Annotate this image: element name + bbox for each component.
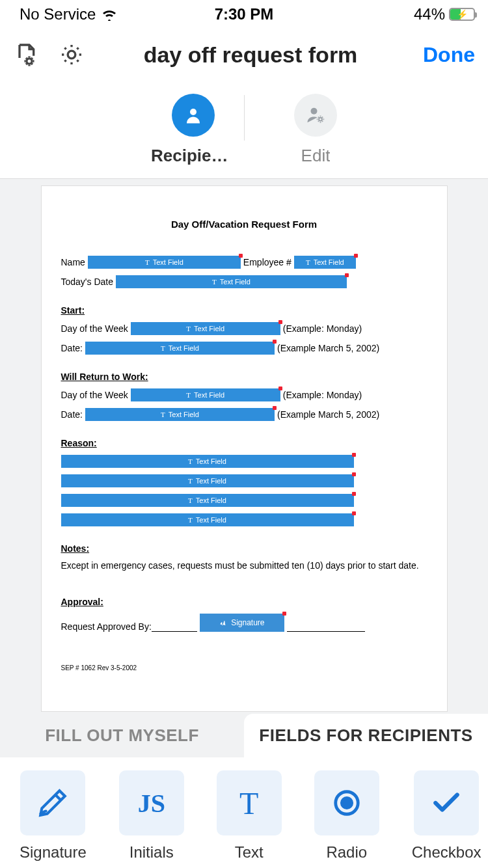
mode-edit[interactable]: Edit [294,94,337,166]
label-example-date-2: (Example March 5, 2002) [277,409,379,420]
doc-footer: SEP # 1062 Rev 3-5-2002 [61,664,427,671]
svg-point-4 [319,117,322,120]
field-palette: Signature JS Initials T Text Radio Check… [0,757,488,868]
section-return: Will Return to Work: [61,372,427,382]
wifi-icon [101,8,118,21]
battery-percent: 44% [414,5,445,23]
person-icon [172,94,215,137]
doc-title: Day Off/Vacation Request Form [61,219,427,230]
battery-icon: ⚡ [449,8,475,21]
section-reason: Reason: [61,438,427,448]
fill-mode-tabs: FILL OUT MYSELF FIELDS FOR RECIPIENTS [0,712,488,757]
svg-point-1 [68,51,75,59]
mode-recipient[interactable]: Recipien... [151,94,236,166]
initials-icon: JS [119,770,184,835]
label-start-dow: Day of the Week [61,323,128,334]
label-approved-by: Request Approved By: [61,621,152,632]
label-todays-date: Today's Date [61,277,114,287]
palette-checkbox[interactable]: Checkbox [412,770,481,861]
field-todays-date[interactable]: TText Field [116,275,347,288]
label-employee-no: Employee # [243,257,291,267]
mode-recipient-label: Recipien... [151,146,236,166]
palette-initials[interactable]: JS Initials [119,770,184,861]
field-reason-3[interactable]: TText Field [61,494,354,507]
palette-signature[interactable]: Signature [20,770,87,861]
radio-icon [314,770,379,835]
field-return-dow[interactable]: TText Field [131,388,280,401]
palette-text[interactable]: T Text [217,770,282,861]
mode-tabs: Recipien... Edit [0,81,488,178]
done-button[interactable]: Done [423,43,475,67]
field-start-dow[interactable]: TText Field [131,322,280,335]
label-example-monday-1: (Example: Monday) [283,323,362,334]
section-notes: Notes: [61,543,427,554]
checkbox-icon [414,770,479,835]
label-name: Name [61,257,85,267]
section-approval: Approval: [61,597,427,607]
label-example-date-1: (Example March 5, 2002) [277,343,379,353]
label-return-date: Date: [61,409,83,420]
label-start-date: Date: [61,343,83,353]
mode-edit-label: Edit [301,146,331,166]
palette-initials-label: Initials [129,843,174,861]
svg-point-3 [311,107,318,114]
signature-icon [20,770,85,835]
separator [244,95,245,141]
document-preview[interactable]: Day Off/Vacation Request Form Name TText… [0,178,488,712]
svg-point-6 [342,798,351,807]
palette-radio-label: Radio [326,843,367,861]
notes-text: Except in emergency cases, requests must… [61,560,427,571]
field-employee-no[interactable]: TText Field [294,256,356,269]
palette-signature-label: Signature [20,843,87,861]
section-start: Start: [61,305,427,316]
document-settings-icon[interactable] [13,42,39,68]
status-bar: No Service 7:30 PM 44% ⚡ [0,0,488,29]
palette-radio[interactable]: Radio [314,770,379,861]
text-icon: T [217,770,282,835]
document-page: Day Off/Vacation Request Form Name TText… [41,185,448,712]
palette-checkbox-label: Checkbox [412,843,481,861]
field-reason-4[interactable]: TText Field [61,513,354,526]
field-return-date[interactable]: TText Field [85,408,275,421]
label-return-dow: Day of the Week [61,390,128,400]
field-signature[interactable]: Signature [200,614,284,632]
tab-fields-recipients[interactable]: FIELDS FOR RECIPIENTS [244,714,488,757]
field-name[interactable]: TText Field [88,256,241,269]
svg-point-2 [190,109,197,115]
svg-point-0 [27,59,32,64]
gear-icon[interactable] [59,42,85,68]
nav-bar: day off request form Done [0,29,488,81]
field-start-date[interactable]: TText Field [85,342,275,355]
label-example-monday-2: (Example: Monday) [283,390,362,400]
field-reason-2[interactable]: TText Field [61,474,354,487]
person-gear-icon [294,94,337,137]
page-title: day off request form [98,42,403,68]
field-reason-1[interactable]: TText Field [61,455,354,468]
service-status: No Service [20,5,96,23]
tab-fill-myself[interactable]: FILL OUT MYSELF [0,714,244,757]
clock: 7:30 PM [215,5,274,23]
palette-text-label: Text [235,843,264,861]
